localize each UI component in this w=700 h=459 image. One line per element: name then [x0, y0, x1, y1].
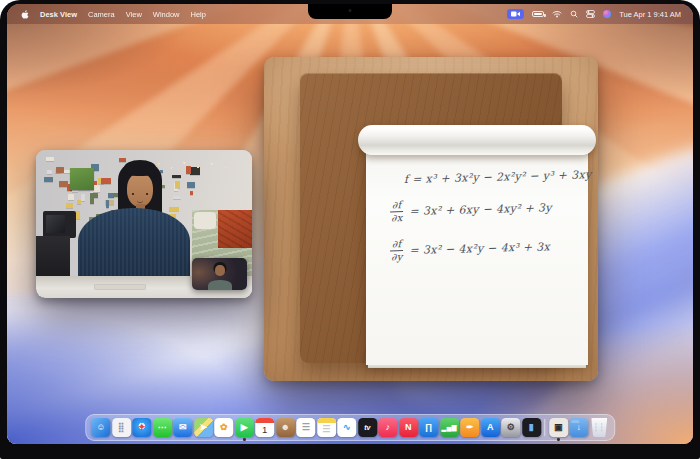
battery-icon[interactable]	[532, 11, 544, 17]
local-caller-face	[215, 265, 225, 276]
dock-item-safari[interactable]: ✦	[132, 418, 151, 437]
menu-item-help[interactable]: Help	[190, 10, 205, 19]
dock-item-finder[interactable]: ☺	[91, 418, 110, 437]
facetime-icon: ▶	[241, 423, 248, 432]
facetime-window[interactable]	[36, 150, 252, 298]
desk-view-window[interactable]: f = x³ + 3x²y − 2x²y² − y³ + 3xy ∂f ∂x =…	[264, 57, 598, 381]
contacts-icon: ☻	[281, 423, 290, 432]
dock-item-numbers[interactable]: ▂▅▇	[440, 418, 459, 437]
remote-caller-smile	[137, 200, 143, 203]
dock-item-freeform[interactable]: ∿	[337, 418, 356, 437]
handwritten-equations: f = x³ + 3x²y − 2x²y² − y³ + 3xy ∂f ∂x =…	[390, 171, 578, 275]
notepad-page-curl	[358, 125, 596, 155]
dock-item-contacts[interactable]: ☻	[276, 418, 295, 437]
local-caller-shirt	[208, 280, 232, 290]
remote-caller-face	[127, 173, 153, 207]
music-icon: ♪	[386, 423, 391, 432]
dock-item-system-settings[interactable]: ⚙	[501, 418, 520, 437]
partial-derivative-x-fraction: ∂f ∂x	[390, 199, 404, 223]
equation-line-1: f = x³ + 3x²y − 2x²y² − y³ + 3xy	[404, 168, 592, 186]
desktop: Desk View Camera View Window Help	[7, 4, 693, 444]
dock-item-trash[interactable]: ┆┆	[590, 418, 609, 437]
finder-icon: ☺	[96, 423, 105, 432]
siri-icon[interactable]	[603, 10, 611, 18]
reminders-icon: ☰	[302, 423, 310, 432]
remote-caller-fringe	[124, 160, 156, 176]
local-caller-pip[interactable]	[192, 258, 247, 290]
dock-item-calendar[interactable]: 1	[255, 418, 274, 437]
photos-icon: ✿	[220, 423, 228, 432]
dock: ☺⣿✦⋯✉➤✿▶1☻☰☰∿tv♪N∏▂▅▇✒A⚙▮▣↓┆┆	[85, 414, 615, 441]
equation-line-3: = 3x² − 4x²y − 4x³ + 3x	[409, 240, 550, 257]
desk-view-icon: ▣	[554, 423, 563, 432]
numbers-icon: ▂▅▇	[442, 425, 457, 431]
display-notch	[308, 4, 392, 19]
keyboard	[94, 284, 146, 290]
calendar-icon: 1	[262, 425, 267, 435]
menu-app-name[interactable]: Desk View	[40, 10, 77, 19]
dock-item-keynote[interactable]: ∏	[419, 418, 438, 437]
dock-item-launchpad[interactable]: ⣿	[112, 418, 131, 437]
dock-item-iphone-mirroring[interactable]: ▮	[522, 418, 541, 437]
dock-item-maps[interactable]: ➤	[194, 418, 213, 437]
dock-item-facetime[interactable]: ▶	[235, 418, 254, 437]
notes-icon: ☰	[322, 425, 330, 434]
downloads-icon: ↓	[577, 423, 582, 432]
macbook-display: Desk View Camera View Window Help	[0, 0, 700, 459]
launchpad-icon: ⣿	[118, 423, 125, 432]
spotlight-search-icon[interactable]	[570, 10, 578, 18]
dock-item-downloads[interactable]: ↓	[569, 418, 588, 437]
dock-item-app-store[interactable]: A	[481, 418, 500, 437]
menu-item-view[interactable]: View	[126, 10, 142, 19]
dock-item-photos[interactable]: ✿	[214, 418, 233, 437]
iphone-mirroring-icon: ▮	[529, 423, 534, 432]
remote-caller-eye-right	[146, 193, 148, 195]
news-icon: N	[405, 423, 412, 432]
trash-icon: ┆┆	[593, 424, 605, 432]
notch-camera	[349, 9, 352, 12]
dock-item-music[interactable]: ♪	[378, 418, 397, 437]
dock-item-reminders[interactable]: ☰	[296, 418, 315, 437]
dock-item-desk-view[interactable]: ▣	[549, 418, 568, 437]
menu-item-window[interactable]: Window	[153, 10, 180, 19]
safari-icon: ✦	[138, 423, 146, 432]
remote-caller-eye-left	[132, 193, 134, 195]
app-store-icon: A	[487, 423, 494, 432]
dock-item-messages[interactable]: ⋯	[153, 418, 172, 437]
equation-line-2: = 3x² + 6xy − 4xy² + 3y	[409, 201, 552, 218]
freeform-icon: ∿	[343, 423, 351, 432]
dock-item-tv[interactable]: tv	[358, 418, 377, 437]
notepad: f = x³ + 3x²y − 2x²y² − y³ + 3xy ∂f ∂x =…	[366, 129, 588, 365]
maps-icon: ➤	[199, 423, 207, 432]
running-indicator	[557, 438, 560, 441]
mail-icon: ✉	[179, 423, 187, 432]
facetime-screen-indicator-icon[interactable]	[507, 9, 524, 19]
tv-icon: tv	[364, 424, 370, 431]
messages-icon: ⋯	[158, 423, 167, 432]
dock-item-pages[interactable]: ✒	[460, 418, 479, 437]
dock-item-notes[interactable]: ☰	[317, 418, 336, 437]
dock-separator	[544, 419, 545, 436]
system-settings-icon: ⚙	[507, 423, 515, 432]
menu-item-camera[interactable]: Camera	[88, 10, 115, 19]
dock-item-mail[interactable]: ✉	[173, 418, 192, 437]
dock-item-news[interactable]: N	[399, 418, 418, 437]
running-indicator	[243, 438, 246, 441]
apple-menu-icon[interactable]	[21, 10, 29, 19]
partial-derivative-y-fraction: ∂f ∂y	[390, 238, 404, 262]
menu-bar-clock[interactable]: Tue Apr 1 9:41 AM	[619, 10, 681, 19]
wifi-icon[interactable]	[552, 10, 562, 18]
clipboard: f = x³ + 3x²y − 2x²y² − y³ + 3xy ∂f ∂x =…	[300, 73, 562, 363]
control-center-icon[interactable]	[586, 10, 595, 18]
keynote-icon: ∏	[425, 423, 432, 432]
pages-icon: ✒	[466, 423, 474, 432]
display-bezel: Desk View Camera View Window Help	[0, 0, 700, 459]
